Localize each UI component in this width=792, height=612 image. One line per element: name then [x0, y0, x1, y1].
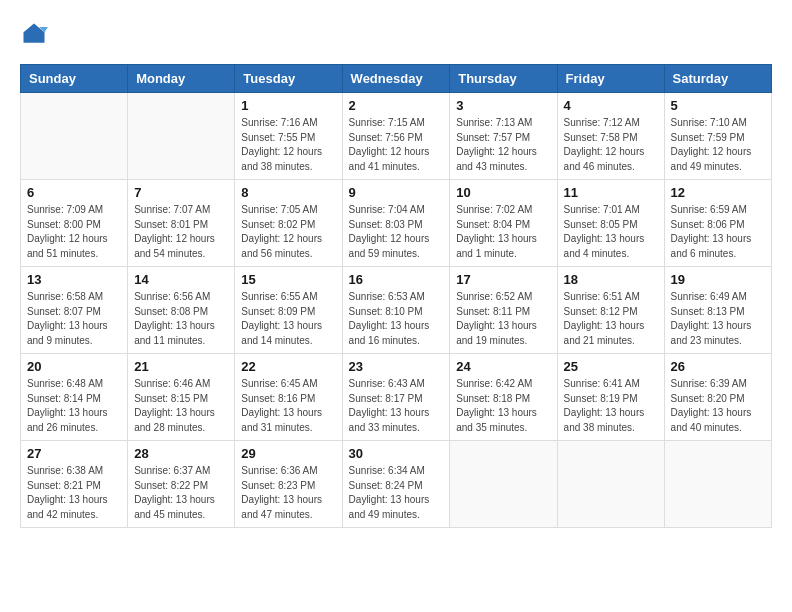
calendar-cell: 19Sunrise: 6:49 AM Sunset: 8:13 PM Dayli… [664, 267, 771, 354]
calendar-cell: 11Sunrise: 7:01 AM Sunset: 8:05 PM Dayli… [557, 180, 664, 267]
day-info: Sunrise: 6:53 AM Sunset: 8:10 PM Dayligh… [349, 290, 444, 348]
calendar-cell: 4Sunrise: 7:12 AM Sunset: 7:58 PM Daylig… [557, 93, 664, 180]
calendar-cell: 16Sunrise: 6:53 AM Sunset: 8:10 PM Dayli… [342, 267, 450, 354]
calendar-table: SundayMondayTuesdayWednesdayThursdayFrid… [20, 64, 772, 528]
weekday-header: Sunday [21, 65, 128, 93]
calendar-cell [450, 441, 557, 528]
calendar-cell [664, 441, 771, 528]
calendar-week-row: 1Sunrise: 7:16 AM Sunset: 7:55 PM Daylig… [21, 93, 772, 180]
day-info: Sunrise: 7:16 AM Sunset: 7:55 PM Dayligh… [241, 116, 335, 174]
weekday-header: Thursday [450, 65, 557, 93]
day-number: 13 [27, 272, 121, 287]
day-number: 11 [564, 185, 658, 200]
calendar-week-row: 13Sunrise: 6:58 AM Sunset: 8:07 PM Dayli… [21, 267, 772, 354]
day-info: Sunrise: 7:02 AM Sunset: 8:04 PM Dayligh… [456, 203, 550, 261]
weekday-header: Friday [557, 65, 664, 93]
weekday-header: Monday [128, 65, 235, 93]
calendar-cell: 13Sunrise: 6:58 AM Sunset: 8:07 PM Dayli… [21, 267, 128, 354]
day-number: 17 [456, 272, 550, 287]
svg-marker-0 [24, 24, 45, 43]
day-info: Sunrise: 7:09 AM Sunset: 8:00 PM Dayligh… [27, 203, 121, 261]
calendar-cell: 18Sunrise: 6:51 AM Sunset: 8:12 PM Dayli… [557, 267, 664, 354]
calendar-cell: 23Sunrise: 6:43 AM Sunset: 8:17 PM Dayli… [342, 354, 450, 441]
day-number: 15 [241, 272, 335, 287]
day-info: Sunrise: 6:49 AM Sunset: 8:13 PM Dayligh… [671, 290, 765, 348]
day-number: 19 [671, 272, 765, 287]
day-info: Sunrise: 6:51 AM Sunset: 8:12 PM Dayligh… [564, 290, 658, 348]
calendar-cell: 21Sunrise: 6:46 AM Sunset: 8:15 PM Dayli… [128, 354, 235, 441]
calendar-cell: 14Sunrise: 6:56 AM Sunset: 8:08 PM Dayli… [128, 267, 235, 354]
calendar-cell [557, 441, 664, 528]
calendar-cell: 10Sunrise: 7:02 AM Sunset: 8:04 PM Dayli… [450, 180, 557, 267]
calendar-cell: 8Sunrise: 7:05 AM Sunset: 8:02 PM Daylig… [235, 180, 342, 267]
calendar-week-row: 6Sunrise: 7:09 AM Sunset: 8:00 PM Daylig… [21, 180, 772, 267]
day-info: Sunrise: 6:34 AM Sunset: 8:24 PM Dayligh… [349, 464, 444, 522]
day-info: Sunrise: 6:52 AM Sunset: 8:11 PM Dayligh… [456, 290, 550, 348]
day-number: 6 [27, 185, 121, 200]
day-info: Sunrise: 6:36 AM Sunset: 8:23 PM Dayligh… [241, 464, 335, 522]
day-number: 10 [456, 185, 550, 200]
day-info: Sunrise: 6:38 AM Sunset: 8:21 PM Dayligh… [27, 464, 121, 522]
calendar-cell: 1Sunrise: 7:16 AM Sunset: 7:55 PM Daylig… [235, 93, 342, 180]
day-number: 12 [671, 185, 765, 200]
day-number: 1 [241, 98, 335, 113]
day-info: Sunrise: 7:15 AM Sunset: 7:56 PM Dayligh… [349, 116, 444, 174]
day-number: 18 [564, 272, 658, 287]
day-info: Sunrise: 7:13 AM Sunset: 7:57 PM Dayligh… [456, 116, 550, 174]
calendar-cell: 17Sunrise: 6:52 AM Sunset: 8:11 PM Dayli… [450, 267, 557, 354]
day-number: 30 [349, 446, 444, 461]
calendar-cell: 25Sunrise: 6:41 AM Sunset: 8:19 PM Dayli… [557, 354, 664, 441]
day-number: 20 [27, 359, 121, 374]
day-info: Sunrise: 6:48 AM Sunset: 8:14 PM Dayligh… [27, 377, 121, 435]
day-info: Sunrise: 7:10 AM Sunset: 7:59 PM Dayligh… [671, 116, 765, 174]
logo-icon [20, 20, 48, 48]
day-info: Sunrise: 6:45 AM Sunset: 8:16 PM Dayligh… [241, 377, 335, 435]
calendar-cell: 3Sunrise: 7:13 AM Sunset: 7:57 PM Daylig… [450, 93, 557, 180]
calendar-header-row: SundayMondayTuesdayWednesdayThursdayFrid… [21, 65, 772, 93]
calendar-cell: 28Sunrise: 6:37 AM Sunset: 8:22 PM Dayli… [128, 441, 235, 528]
day-info: Sunrise: 6:46 AM Sunset: 8:15 PM Dayligh… [134, 377, 228, 435]
day-number: 2 [349, 98, 444, 113]
calendar-cell [128, 93, 235, 180]
day-number: 3 [456, 98, 550, 113]
day-info: Sunrise: 7:04 AM Sunset: 8:03 PM Dayligh… [349, 203, 444, 261]
calendar-cell: 5Sunrise: 7:10 AM Sunset: 7:59 PM Daylig… [664, 93, 771, 180]
page-header [20, 20, 772, 48]
day-info: Sunrise: 7:07 AM Sunset: 8:01 PM Dayligh… [134, 203, 228, 261]
weekday-header: Wednesday [342, 65, 450, 93]
day-number: 23 [349, 359, 444, 374]
calendar-cell: 27Sunrise: 6:38 AM Sunset: 8:21 PM Dayli… [21, 441, 128, 528]
day-number: 5 [671, 98, 765, 113]
day-info: Sunrise: 6:43 AM Sunset: 8:17 PM Dayligh… [349, 377, 444, 435]
calendar-cell: 24Sunrise: 6:42 AM Sunset: 8:18 PM Dayli… [450, 354, 557, 441]
calendar-cell: 2Sunrise: 7:15 AM Sunset: 7:56 PM Daylig… [342, 93, 450, 180]
day-number: 29 [241, 446, 335, 461]
day-number: 24 [456, 359, 550, 374]
calendar-week-row: 27Sunrise: 6:38 AM Sunset: 8:21 PM Dayli… [21, 441, 772, 528]
calendar-cell: 12Sunrise: 6:59 AM Sunset: 8:06 PM Dayli… [664, 180, 771, 267]
calendar-cell: 20Sunrise: 6:48 AM Sunset: 8:14 PM Dayli… [21, 354, 128, 441]
calendar-cell: 9Sunrise: 7:04 AM Sunset: 8:03 PM Daylig… [342, 180, 450, 267]
logo [20, 20, 52, 48]
day-info: Sunrise: 6:39 AM Sunset: 8:20 PM Dayligh… [671, 377, 765, 435]
day-info: Sunrise: 7:01 AM Sunset: 8:05 PM Dayligh… [564, 203, 658, 261]
day-info: Sunrise: 6:41 AM Sunset: 8:19 PM Dayligh… [564, 377, 658, 435]
day-number: 27 [27, 446, 121, 461]
day-info: Sunrise: 6:37 AM Sunset: 8:22 PM Dayligh… [134, 464, 228, 522]
day-number: 28 [134, 446, 228, 461]
day-info: Sunrise: 6:55 AM Sunset: 8:09 PM Dayligh… [241, 290, 335, 348]
day-info: Sunrise: 6:42 AM Sunset: 8:18 PM Dayligh… [456, 377, 550, 435]
day-number: 7 [134, 185, 228, 200]
day-info: Sunrise: 7:05 AM Sunset: 8:02 PM Dayligh… [241, 203, 335, 261]
weekday-header: Tuesday [235, 65, 342, 93]
calendar-cell: 22Sunrise: 6:45 AM Sunset: 8:16 PM Dayli… [235, 354, 342, 441]
calendar-cell: 26Sunrise: 6:39 AM Sunset: 8:20 PM Dayli… [664, 354, 771, 441]
calendar-cell: 6Sunrise: 7:09 AM Sunset: 8:00 PM Daylig… [21, 180, 128, 267]
calendar-cell: 7Sunrise: 7:07 AM Sunset: 8:01 PM Daylig… [128, 180, 235, 267]
day-number: 9 [349, 185, 444, 200]
day-info: Sunrise: 7:12 AM Sunset: 7:58 PM Dayligh… [564, 116, 658, 174]
day-number: 25 [564, 359, 658, 374]
calendar-cell: 30Sunrise: 6:34 AM Sunset: 8:24 PM Dayli… [342, 441, 450, 528]
calendar-cell: 29Sunrise: 6:36 AM Sunset: 8:23 PM Dayli… [235, 441, 342, 528]
day-number: 14 [134, 272, 228, 287]
